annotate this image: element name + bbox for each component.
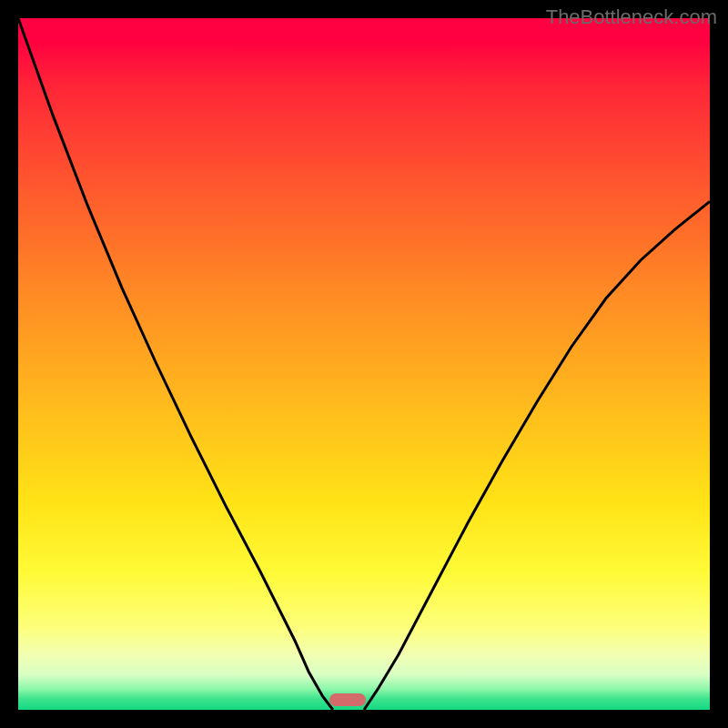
chart-container: TheBottleneck.com	[0, 0, 728, 728]
curve-left-branch	[18, 18, 333, 710]
watermark-text: TheBottleneck.com	[546, 5, 717, 29]
curve-right-branch	[364, 201, 710, 710]
bottleneck-curve	[18, 18, 710, 710]
plot-area	[18, 18, 710, 710]
bottleneck-marker	[329, 693, 366, 706]
